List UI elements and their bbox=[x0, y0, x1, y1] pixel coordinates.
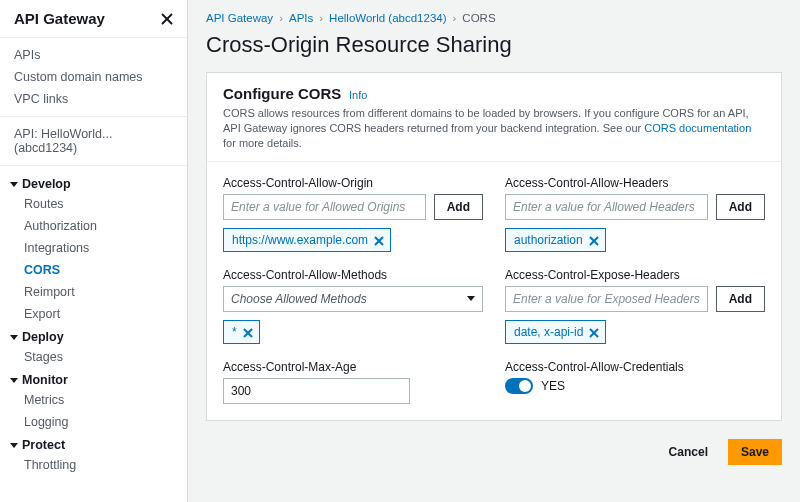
close-icon[interactable] bbox=[161, 13, 173, 25]
sidebar-item-export[interactable]: Export bbox=[10, 303, 187, 325]
token-label: authorization bbox=[514, 233, 583, 247]
token-label: date, x-api-id bbox=[514, 325, 583, 339]
sidebar-item-vpc-links[interactable]: VPC links bbox=[0, 88, 187, 110]
sidebar-item-integrations[interactable]: Integrations bbox=[10, 237, 187, 259]
allow-methods-label: Access-Control-Allow-Methods bbox=[223, 268, 483, 282]
breadcrumb-apis[interactable]: APIs bbox=[289, 12, 313, 24]
token-label: https://www.example.com bbox=[232, 233, 368, 247]
info-link[interactable]: Info bbox=[349, 89, 367, 101]
sidebar-item-reimport[interactable]: Reimport bbox=[10, 281, 187, 303]
breadcrumb-api-gateway[interactable]: API Gateway bbox=[206, 12, 273, 24]
allow-methods-field: Access-Control-Allow-Methods Choose Allo… bbox=[223, 268, 483, 344]
remove-icon[interactable] bbox=[374, 235, 384, 245]
breadcrumb-api-name[interactable]: HelloWorld (abcd1234) bbox=[329, 12, 446, 24]
chevron-down-icon bbox=[10, 443, 18, 448]
sidebar-api-scope-label[interactable]: API: HelloWorld...(abcd1234) bbox=[0, 123, 187, 159]
max-age-label: Access-Control-Max-Age bbox=[223, 360, 483, 374]
sidebar-header: API Gateway bbox=[0, 0, 187, 38]
sidebar-item-apis[interactable]: APIs bbox=[0, 44, 187, 66]
allow-origin-field: Access-Control-Allow-Origin Add https://… bbox=[223, 176, 483, 252]
allow-methods-placeholder: Choose Allowed Methods bbox=[231, 292, 367, 306]
token-label: * bbox=[232, 325, 237, 339]
chevron-down-icon bbox=[10, 378, 18, 383]
sidebar-title: API Gateway bbox=[14, 10, 105, 27]
main-content: API Gateway › APIs › HelloWorld (abcd123… bbox=[188, 0, 800, 502]
section-protect-label: Protect bbox=[22, 438, 65, 452]
breadcrumb: API Gateway › APIs › HelloWorld (abcd123… bbox=[188, 0, 800, 28]
section-develop[interactable]: Develop bbox=[0, 172, 187, 193]
allow-origin-token: https://www.example.com bbox=[223, 228, 391, 252]
allow-credentials-toggle[interactable] bbox=[505, 378, 533, 394]
allow-methods-select[interactable]: Choose Allowed Methods bbox=[223, 286, 483, 312]
section-monitor-label: Monitor bbox=[22, 373, 68, 387]
allow-origin-add-button[interactable]: Add bbox=[434, 194, 483, 220]
expose-headers-input[interactable] bbox=[505, 286, 708, 312]
section-develop-label: Develop bbox=[22, 177, 71, 191]
allow-origin-label: Access-Control-Allow-Origin bbox=[223, 176, 483, 190]
page-title: Cross-Origin Resource Sharing bbox=[188, 28, 800, 72]
sidebar-item-custom-domain-names[interactable]: Custom domain names bbox=[0, 66, 187, 88]
chevron-down-icon bbox=[10, 182, 18, 187]
allow-methods-token: * bbox=[223, 320, 260, 344]
section-monitor[interactable]: Monitor bbox=[0, 368, 187, 389]
expose-headers-field: Access-Control-Expose-Headers Add date, … bbox=[505, 268, 765, 344]
footer-actions: Cancel Save bbox=[188, 429, 800, 479]
breadcrumb-sep: › bbox=[319, 12, 323, 24]
allow-credentials-field: Access-Control-Allow-Credentials YES bbox=[505, 360, 765, 404]
save-button[interactable]: Save bbox=[728, 439, 782, 465]
panel-description: CORS allows resources from different dom… bbox=[223, 106, 765, 151]
sidebar-item-metrics[interactable]: Metrics bbox=[10, 389, 187, 411]
breadcrumb-sep: › bbox=[453, 12, 457, 24]
sidebar-item-cors[interactable]: CORS bbox=[10, 259, 187, 281]
sidebar-item-routes[interactable]: Routes bbox=[10, 193, 187, 215]
section-protect[interactable]: Protect bbox=[0, 433, 187, 454]
expose-headers-token: date, x-api-id bbox=[505, 320, 606, 344]
sidebar-item-throttling[interactable]: Throttling bbox=[10, 454, 187, 476]
sidebar-item-logging[interactable]: Logging bbox=[10, 411, 187, 433]
remove-icon[interactable] bbox=[589, 327, 599, 337]
breadcrumb-current: CORS bbox=[462, 12, 495, 24]
sidebar-item-stages[interactable]: Stages bbox=[10, 346, 187, 368]
allow-origin-input[interactable] bbox=[223, 194, 426, 220]
allow-credentials-label: Access-Control-Allow-Credentials bbox=[505, 360, 765, 374]
cors-documentation-link[interactable]: CORS documentation bbox=[644, 122, 751, 134]
expose-headers-label: Access-Control-Expose-Headers bbox=[505, 268, 765, 282]
sidebar-top-nav: APIs Custom domain names VPC links bbox=[0, 38, 187, 117]
configure-cors-panel: Configure CORS Info CORS allows resource… bbox=[206, 72, 782, 421]
sidebar-api-scope: API: HelloWorld...(abcd1234) bbox=[0, 117, 187, 166]
panel-header: Configure CORS Info CORS allows resource… bbox=[207, 73, 781, 162]
chevron-down-icon bbox=[467, 296, 475, 301]
allow-headers-token: authorization bbox=[505, 228, 606, 252]
section-deploy[interactable]: Deploy bbox=[0, 325, 187, 346]
sidebar: API Gateway APIs Custom domain names VPC… bbox=[0, 0, 188, 502]
sidebar-item-authorization[interactable]: Authorization bbox=[10, 215, 187, 237]
expose-headers-add-button[interactable]: Add bbox=[716, 286, 765, 312]
remove-icon[interactable] bbox=[589, 235, 599, 245]
allow-headers-add-button[interactable]: Add bbox=[716, 194, 765, 220]
breadcrumb-sep: › bbox=[279, 12, 283, 24]
max-age-input[interactable] bbox=[223, 378, 410, 404]
max-age-field: Access-Control-Max-Age bbox=[223, 360, 483, 404]
panel-desc-suffix: for more details. bbox=[223, 137, 302, 149]
cancel-button[interactable]: Cancel bbox=[657, 439, 720, 465]
chevron-down-icon bbox=[10, 335, 18, 340]
allow-credentials-value: YES bbox=[541, 379, 565, 393]
section-deploy-label: Deploy bbox=[22, 330, 64, 344]
allow-headers-field: Access-Control-Allow-Headers Add authori… bbox=[505, 176, 765, 252]
allow-headers-label: Access-Control-Allow-Headers bbox=[505, 176, 765, 190]
allow-headers-input[interactable] bbox=[505, 194, 708, 220]
remove-icon[interactable] bbox=[243, 327, 253, 337]
sidebar-sections: Develop Routes Authorization Integration… bbox=[0, 166, 187, 482]
panel-title: Configure CORS bbox=[223, 85, 341, 102]
panel-body: Access-Control-Allow-Origin Add https://… bbox=[207, 162, 781, 420]
